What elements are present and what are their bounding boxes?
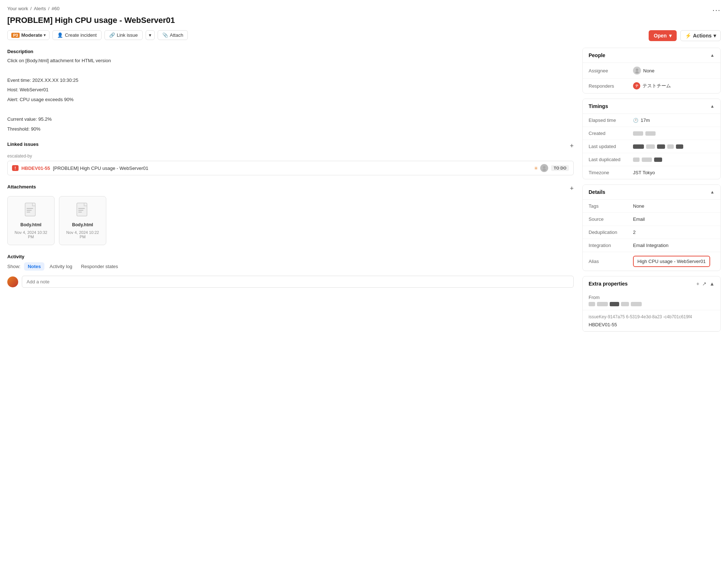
breadcrumb-id: #60 <box>52 6 60 11</box>
details-section-header[interactable]: Details ▲ <box>583 185 720 200</box>
svg-rect-4 <box>27 210 32 211</box>
timings-section-header[interactable]: Timings ▲ <box>583 99 720 114</box>
issue-key-row-value: HBDEV01-55 <box>589 322 715 327</box>
issue-key: HBDEV01-55 <box>21 166 50 171</box>
escalated-label: escalated-by <box>7 154 574 159</box>
elapsed-row: Elapsed time 🕐 17m <box>583 114 720 127</box>
show-label: Show: <box>7 264 20 269</box>
last-updated-label: Last updated <box>589 144 629 149</box>
lightning-icon: ⚡ <box>685 33 691 39</box>
attachment-card-0[interactable]: Body.html Nov 4, 2024 10:32 PM <box>7 196 55 245</box>
desc-line-5: Current value: 95.2% <box>7 116 574 123</box>
add-linked-issue-button[interactable]: + <box>570 143 574 149</box>
timings-section: Timings ▲ Elapsed time 🕐 17m Created <box>582 99 721 179</box>
note-input-row <box>7 276 574 288</box>
description-section: Description Click on [Body.html] attachm… <box>7 49 574 133</box>
people-section-title: People <box>589 52 605 58</box>
source-value: Email <box>633 216 645 222</box>
alias-box: High CPU usage - WebServer01 <box>633 256 710 267</box>
last-duplicated-value <box>633 158 662 162</box>
open-chevron-icon: ▾ <box>669 33 672 39</box>
priority-text: Moderate <box>21 32 42 38</box>
responders-row: Responders テ テストチーム <box>583 79 720 93</box>
extra-props-header[interactable]: Extra properties + ↗ ▲ <box>583 276 720 291</box>
last-updated-value <box>633 144 683 149</box>
description-body: Click on [Body.html] attachment for HTML… <box>7 57 574 133</box>
from-block1 <box>589 302 595 306</box>
issue-title: [PROBLEM] High CPU usage - WebServer01 <box>53 166 531 171</box>
actions-button[interactable]: ⚡ Actions ▾ <box>680 30 721 41</box>
extra-props-collapse-button[interactable]: ▲ <box>709 281 715 287</box>
svg-rect-6 <box>77 203 87 216</box>
from-value <box>589 302 715 306</box>
create-incident-button[interactable]: 👤 Create incident <box>52 30 101 40</box>
timezone-value: JST Tokyo <box>633 170 655 175</box>
link-issue-button[interactable]: 🔗 Link issue <box>104 30 143 40</box>
svg-rect-9 <box>78 212 82 212</box>
details-collapse-icon: ▲ <box>710 190 715 195</box>
extra-props-export-button[interactable]: ↗ <box>702 281 707 287</box>
priority-button[interactable]: P3 Moderate ▾ <box>7 30 50 40</box>
from-block2 <box>597 302 608 306</box>
alias-value: High CPU usage - WebServer01 <box>633 256 710 267</box>
desc-line-4: Alert: CPU usage exceeds 90% <box>7 96 574 104</box>
extra-props-buttons: + ↗ ▲ <box>696 281 715 287</box>
desc-line-blank <box>7 67 574 75</box>
breadcrumb-yourwork[interactable]: Your work <box>7 6 28 11</box>
user-avatar <box>7 276 18 287</box>
tags-row: Tags None <box>583 200 720 213</box>
breadcrumb-alerts[interactable]: Alerts <box>34 6 46 11</box>
assignee-value: None <box>633 67 654 75</box>
clock-icon: 🕐 <box>633 118 638 123</box>
details-section: Details ▲ Tags None Source Email Dedupli… <box>582 184 721 271</box>
file-icon-1 <box>76 202 89 219</box>
updated-block4 <box>667 144 674 149</box>
extra-props-add-button[interactable]: + <box>696 281 699 287</box>
responders-label: Responders <box>589 83 629 89</box>
attachments-title: Attachments <box>7 184 36 190</box>
created-row: Created <box>583 127 720 140</box>
dup-block2 <box>642 158 652 162</box>
linked-issues-section: Linked issues + escalated-by ! HBDEV01-5… <box>7 141 574 175</box>
link-dropdown-button[interactable]: ▾ <box>146 30 155 40</box>
description-title: Description <box>7 49 574 54</box>
extra-properties-section: Extra properties + ↗ ▲ From <box>582 276 721 332</box>
attach-button[interactable]: 📎 Attach <box>158 30 188 40</box>
from-blocks <box>589 302 642 306</box>
open-button[interactable]: Open ▾ <box>649 30 677 41</box>
tags-value: None <box>633 203 644 209</box>
note-input[interactable] <box>22 276 574 288</box>
integration-label: Integration <box>589 243 629 248</box>
deduplication-value: 2 <box>633 230 636 235</box>
svg-point-0 <box>543 166 546 169</box>
people-section-header[interactable]: People ▲ <box>583 48 720 63</box>
activity-tabs: Show: Notes Activity log Responder state… <box>7 262 574 271</box>
issue-key-uuid-label: issueKey-9147a75 6-5319-4e3d-8a23 -c4b70… <box>589 314 715 320</box>
tab-activity-log[interactable]: Activity log <box>46 262 76 271</box>
attachment-card-1[interactable]: Body.html Nov 4, 2024 10:22 PM <box>59 196 106 245</box>
deduplication-label: Deduplication <box>589 230 629 235</box>
tab-notes[interactable]: Notes <box>24 262 44 271</box>
actions-chevron-icon: ▾ <box>713 33 716 39</box>
timezone-label: Timezone <box>589 170 629 175</box>
from-block4 <box>621 302 629 306</box>
right-panel-header: Open ▾ ⚡ Actions ▾ <box>582 30 721 41</box>
attachments-grid: Body.html Nov 4, 2024 10:32 PM <box>7 196 574 245</box>
more-options-button[interactable]: ··· <box>712 6 721 14</box>
elapsed-value: 🕐 17m <box>633 117 650 123</box>
add-attachment-button[interactable]: + <box>570 185 574 192</box>
action-bar: P3 Moderate ▾ 👤 Create incident 🔗 Link i… <box>7 30 574 40</box>
assignee-label: Assignee <box>589 68 629 73</box>
desc-line-0: Click on [Body.html] attachment for HTML… <box>7 57 574 65</box>
from-label: From <box>589 295 715 300</box>
tab-responder-states[interactable]: Responder states <box>77 262 122 271</box>
issue-row[interactable]: ! HBDEV01-55 [PROBLEM] High CPU usage - … <box>7 161 574 175</box>
deduplication-row: Deduplication 2 <box>583 226 720 239</box>
activity-section: Activity Show: Notes Activity log Respon… <box>7 254 574 288</box>
people-collapse-icon: ▲ <box>710 53 715 58</box>
timings-collapse-icon: ▲ <box>710 104 715 109</box>
attachments-header: Attachments + <box>7 184 574 192</box>
attachment-date-0: Nov 4, 2024 10:32 PM <box>13 230 48 239</box>
details-section-title: Details <box>589 189 605 195</box>
svg-rect-2 <box>25 203 35 216</box>
